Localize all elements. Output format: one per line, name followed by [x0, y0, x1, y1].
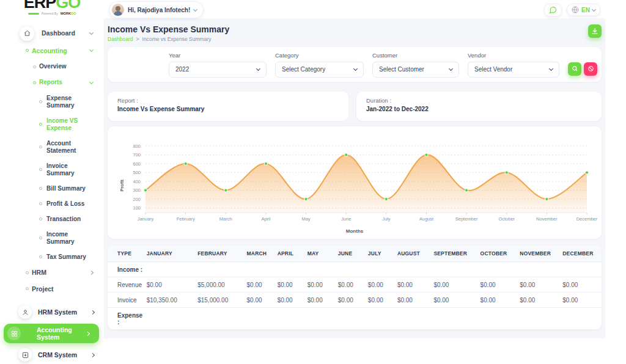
- chart-x-axis-title: Months: [119, 228, 591, 234]
- data-point-marker: [585, 171, 588, 174]
- sidebar-item-invoice-summary[interactable]: Invoice Summary: [0, 158, 104, 181]
- data-point-marker: [224, 189, 227, 192]
- sidebar-item-label: Income VS Expense: [46, 117, 95, 132]
- sidebar-item-crm-system[interactable]: CRM System: [0, 346, 104, 364]
- sidebar-item-dashboard[interactable]: Dashboard: [0, 24, 104, 43]
- x-tick-label: April: [261, 216, 270, 222]
- sidebar-item-project[interactable]: Project: [0, 281, 104, 297]
- sidebar-item-hrm[interactable]: HRM: [0, 264, 104, 281]
- x-tick-label: October: [498, 216, 515, 222]
- table-row-expense: Expense :: [108, 308, 602, 330]
- table-header-cell: AUGUST: [397, 246, 434, 262]
- cell: $0.00: [338, 277, 368, 293]
- powered-by-label: Powered By: [42, 12, 58, 15]
- cell: [397, 262, 434, 277]
- table-header-cell: MAY: [307, 246, 338, 262]
- sidebar-item-overview[interactable]: Overview: [0, 59, 104, 75]
- bullet-icon: [39, 236, 42, 239]
- row-label: Invoice: [108, 293, 147, 308]
- download-button[interactable]: [588, 24, 602, 38]
- sidebar-item-profit-loss[interactable]: Profit & Loss: [0, 196, 104, 211]
- sidebar-item-reports[interactable]: Reports: [0, 75, 104, 90]
- bullet-icon: [39, 255, 42, 258]
- table-body: Income :Revenue$0.00$5,000.00$0.00$0.00$…: [108, 262, 602, 330]
- data-point-marker: [144, 189, 147, 192]
- page-head: Income Vs Expense Summary Dashboard > In…: [108, 23, 602, 47]
- sidebar-item-tax-summary[interactable]: Tax Summary: [0, 249, 104, 264]
- sidebar-item-bill-summary[interactable]: Bill Summary: [0, 181, 104, 196]
- sidebar-item-account-statement[interactable]: Account Statement: [0, 136, 104, 158]
- table-header-cell: SEPTEMBER: [433, 246, 480, 262]
- y-tick-label: 100: [133, 205, 141, 211]
- chevron-down-icon: [592, 7, 596, 11]
- data-point-marker: [385, 197, 388, 200]
- sidebar-item-accounting-system[interactable]: Accounting System: [4, 324, 99, 343]
- y-tick-label: 700: [133, 152, 141, 158]
- chevron-right-icon: [90, 310, 95, 315]
- data-point-marker: [304, 197, 307, 200]
- data-point-marker: [545, 197, 548, 200]
- x-tick-label: January: [138, 216, 154, 222]
- globe-icon: [572, 6, 579, 13]
- sidebar-item-label: Account Statement: [46, 140, 95, 155]
- y-axis-title: Profit: [119, 179, 125, 191]
- table-header-cell: MARCH: [247, 246, 278, 262]
- vendor-selected-value: Select Vendor: [474, 66, 512, 73]
- person-icon-circle: [18, 305, 32, 319]
- cell: [278, 262, 307, 277]
- cell: $0.00: [562, 277, 602, 293]
- reset-filter-button[interactable]: [584, 62, 597, 76]
- sidebar-item-hrm-system[interactable]: HRM System: [0, 303, 104, 321]
- apply-filter-button[interactable]: [568, 62, 581, 76]
- topbar: Hi, Rajodiya Infotech! EN: [104, 0, 626, 18]
- summary-cards: Report : Income Vs Expense Summary Durat…: [108, 92, 602, 121]
- cell: $10,350.00: [147, 293, 198, 308]
- year-select[interactable]: 2022: [169, 62, 267, 78]
- breadcrumb-dashboard-link[interactable]: Dashboard: [108, 36, 133, 42]
- sidebar-item-income-vs-expense[interactable]: Income VS Expense: [0, 113, 104, 136]
- cell: $0.00: [433, 293, 480, 308]
- x-tick-label: July: [382, 216, 391, 222]
- x-tick-label: February: [177, 216, 195, 222]
- language-selector[interactable]: EN: [567, 4, 600, 16]
- lang-label: EN: [581, 7, 590, 13]
- brand-powered: Powered By WORKDO: [0, 12, 104, 16]
- main-area: Hi, Rajodiya Infotech! EN Income Vs Expe…: [104, 0, 626, 364]
- sidebar-item-income-summary[interactable]: Income Summary: [0, 227, 104, 249]
- sidebar-item-accounting[interactable]: Accounting: [0, 43, 104, 59]
- messages-button[interactable]: [544, 4, 562, 16]
- sidebar-item-expense-summary[interactable]: Expense Summary: [0, 90, 104, 113]
- report-card: Report : Income Vs Expense Summary: [108, 92, 348, 121]
- vendor-select[interactable]: Select Vendor: [468, 62, 559, 78]
- cell: $0.00: [307, 277, 338, 293]
- data-point-marker: [505, 171, 508, 174]
- user-menu[interactable]: Hi, Rajodiya Infotech!: [109, 1, 204, 18]
- cell: $0.00: [433, 277, 480, 293]
- profit-chart: 800700600500400300200100JanuaryFebruaryM…: [119, 141, 599, 225]
- table-header-cell: FEBRUARY: [197, 246, 246, 262]
- home-icon: [24, 30, 31, 37]
- cell: $15,000.00: [197, 293, 246, 308]
- duration-label: Duration :: [366, 97, 592, 104]
- cell: [247, 308, 278, 330]
- sidebar-item-transaction[interactable]: Transaction: [0, 211, 104, 227]
- chevron-down-icon: [549, 66, 553, 70]
- data-point-marker: [345, 153, 348, 156]
- duration-card: Duration : Jan-2022 to Dec-2022: [356, 92, 602, 121]
- customer-label: Customer: [372, 52, 459, 59]
- y-tick-label: 600: [133, 161, 141, 167]
- customer-select[interactable]: Select Customer: [372, 62, 459, 78]
- breadcrumb-current: Income vs Expense Summary: [142, 36, 212, 42]
- income-expense-table-card: TYPEJANUARYFEBRUARYMARCHAPRILMAYJUNEJULY…: [108, 246, 602, 330]
- cell: [481, 308, 520, 330]
- category-select[interactable]: Select Category: [275, 62, 364, 78]
- report-label: Report :: [117, 97, 339, 104]
- filter-actions: [568, 62, 597, 76]
- data-point-marker: [184, 162, 187, 165]
- bullet-icon: [39, 187, 42, 190]
- x-tick-label: August: [419, 216, 434, 222]
- cell: [368, 308, 397, 330]
- table-row-income: Income :: [108, 262, 602, 277]
- sidebar-item-label: Expense Summary: [46, 95, 95, 109]
- brand-logo[interactable]: ERPGO Powered By WORKDO: [0, 0, 104, 16]
